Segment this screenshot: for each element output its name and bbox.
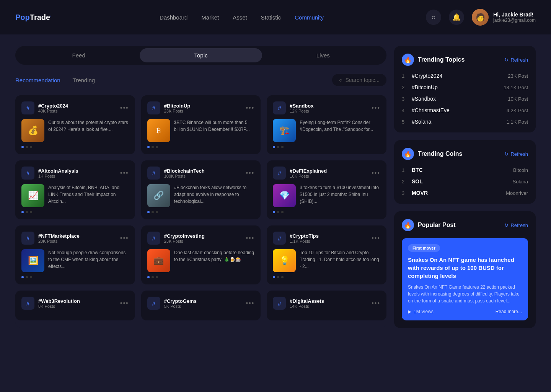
logo[interactable]: PopTrade• xyxy=(15,13,51,22)
nav-right: ○ 🔔 🧑 Hi, Jackie Brad! jackie23@gmail.co… xyxy=(426,9,536,26)
trending-count: 10K Post xyxy=(508,96,528,102)
topic-card[interactable]: # #DigitalAssets 14K Posts ••• xyxy=(267,291,386,320)
topic-card[interactable]: # #BlockchainTech 100K Posts ••• 🔗 #Bloc… xyxy=(141,160,261,219)
refresh-icon-popular: ↻ xyxy=(504,222,509,228)
topic-card[interactable]: # #CryptoGems 5K Posts ••• xyxy=(141,291,261,320)
topic-thumbnail: 💡 xyxy=(273,249,296,272)
topic-more-button[interactable]: ••• xyxy=(246,170,255,176)
topic-more-button[interactable]: ••• xyxy=(372,235,380,242)
dot xyxy=(277,211,279,213)
play-icon: ▶ xyxy=(408,309,411,314)
topic-more-button[interactable]: ••• xyxy=(120,235,129,242)
bell-icon[interactable]: 🔔 xyxy=(449,10,464,25)
search-icon[interactable]: ○ xyxy=(426,10,441,25)
dot-active xyxy=(21,211,24,213)
topic-card[interactable]: # #DeFiExplained 18K Posts ••• 💎 3 token… xyxy=(267,160,386,219)
topic-card[interactable]: # #BitcoinUp 23K Posts ••• ₿ $BTC Binanc… xyxy=(141,95,261,154)
tab-lives[interactable]: Lives xyxy=(262,48,384,62)
topic-posts: 100K Posts xyxy=(164,174,205,178)
topic-card[interactable]: # #NFTMarketplace 20K Posts ••• 🖼️ Not e… xyxy=(15,225,135,284)
nav-dashboard[interactable]: Dashboard xyxy=(160,14,187,21)
trending-topic-item[interactable]: 3 #Sandbox 10K Post xyxy=(402,96,528,102)
topic-more-button[interactable]: ••• xyxy=(372,105,380,111)
search-topic-icon: ○ xyxy=(339,77,342,83)
topic-content: 💡 Top 10 Tips for Bitcoin and Crypto Tra… xyxy=(273,249,380,272)
topic-dots xyxy=(21,276,129,278)
topic-more-button[interactable]: ••• xyxy=(120,300,129,307)
topic-content: 🏗️ Eyeing Long-term Profit? Consider #Do… xyxy=(273,119,380,142)
topic-more-button[interactable]: ••• xyxy=(120,105,129,111)
nav-market[interactable]: Market xyxy=(201,14,219,21)
topic-card-header: # #BlockchainTech 100K Posts ••• xyxy=(147,167,255,180)
topic-dots xyxy=(273,211,380,213)
tab-topic[interactable]: Topic xyxy=(140,48,262,62)
subtab-trending[interactable]: Trending xyxy=(73,77,95,83)
logo-dot: • xyxy=(50,14,51,18)
topic-dots xyxy=(147,146,255,148)
topic-more-button[interactable]: ••• xyxy=(246,105,255,111)
topics-grid: # #Crypto2024 40K Posts ••• 💰 Curious ab… xyxy=(15,95,386,320)
dot-active xyxy=(273,211,275,213)
coin-name: Solana xyxy=(513,179,528,185)
user-info[interactable]: 🧑 Hi, Jackie Brad! jackie23@gmail.com xyxy=(472,9,536,26)
trending-topics-refresh[interactable]: ↻ Refresh xyxy=(504,57,528,63)
topic-posts: 1.1K Posts xyxy=(290,239,319,243)
topic-dots xyxy=(273,146,380,148)
dot-active xyxy=(21,276,24,278)
topic-card[interactable]: # #CryptoTips 1.1K Posts ••• 💡 Top 10 Ti… xyxy=(267,225,386,284)
popular-card[interactable]: First mover Snakes On An NFT game has la… xyxy=(402,238,528,320)
topic-card[interactable]: # #CryptoInvesting 23K Posts ••• 💼 One l… xyxy=(141,225,261,284)
subtab-recommendation[interactable]: Recommendation xyxy=(15,77,60,83)
trending-coins-header: 🔥 Trending Coins ↻ Refresh xyxy=(402,148,528,160)
topic-more-button[interactable]: ••• xyxy=(120,170,129,176)
trending-topics-title: Trending Topics xyxy=(418,56,500,63)
dot xyxy=(281,276,284,278)
topic-tag: #AltcoinAnalysis xyxy=(38,168,78,174)
trending-count: 4.2K Post xyxy=(507,108,528,113)
trending-topic-item[interactable]: 5 #Solana 1.1K Post xyxy=(402,119,528,125)
nav-asset[interactable]: Asset xyxy=(233,14,247,21)
topic-card[interactable]: # #Web3Revolution 8K Posts ••• xyxy=(15,291,135,320)
trending-topic-item[interactable]: 4 #ChristmastEve 4.2K Post xyxy=(402,107,528,113)
tab-feed[interactable]: Feed xyxy=(18,48,140,62)
topic-info: #DigitalAssets 14K Posts xyxy=(290,298,324,309)
search-topic[interactable]: ○ Search topic... xyxy=(332,74,386,86)
topic-more-button[interactable]: ••• xyxy=(246,300,255,307)
trending-rank: 4 xyxy=(402,108,407,113)
search-topic-placeholder: Search topic... xyxy=(346,77,380,83)
topic-more-button[interactable]: ••• xyxy=(372,300,380,307)
topic-posts: 1K Posts xyxy=(38,174,78,178)
topic-info: #AltcoinAnalysis 1K Posts xyxy=(38,168,78,178)
dot xyxy=(26,211,28,213)
coin-item[interactable]: 2 SOL Solana xyxy=(402,178,528,185)
trending-rank: 5 xyxy=(402,119,407,125)
topic-info: #CryptoInvesting 23K Posts xyxy=(164,233,205,243)
topic-card[interactable]: # #Sandbox 12K Posts ••• 🏗️ Eyeing Long-… xyxy=(267,95,386,154)
dot-active xyxy=(21,146,24,148)
popular-post-refresh[interactable]: ↻ Refresh xyxy=(504,222,528,228)
topic-card-header: # #CryptoGems 5K Posts ••• xyxy=(147,297,255,310)
dot xyxy=(277,146,279,148)
topic-more-button[interactable]: ••• xyxy=(372,170,380,176)
topic-thumbnail: 💎 xyxy=(273,184,296,207)
trending-coins-refresh[interactable]: ↻ Refresh xyxy=(504,151,528,157)
trending-topic-item[interactable]: 1 #Crypto2024 23K Post xyxy=(402,73,528,79)
topic-card[interactable]: # #Crypto2024 40K Posts ••• 💰 Curious ab… xyxy=(15,95,135,154)
trending-topic-item[interactable]: 2 #BitcoinUp 13.1K Post xyxy=(402,84,528,90)
topic-info: #DeFiExplained 18K Posts xyxy=(290,168,327,178)
nav-community[interactable]: Community xyxy=(295,14,324,21)
topic-card[interactable]: # #AltcoinAnalysis 1K Posts ••• 📈 Analys… xyxy=(15,160,135,219)
dot-active xyxy=(273,146,275,148)
topic-dots xyxy=(147,276,255,278)
read-more-link[interactable]: Read more... xyxy=(496,309,522,314)
topic-text: Analysis of Bitcoin, BNB, ADA, and LINK … xyxy=(48,184,129,205)
topic-content: ₿ $BTC Binance will burn more than 5 bil… xyxy=(147,119,255,142)
topic-posts: 5K Posts xyxy=(164,304,197,309)
topic-card-header: # #Sandbox 12K Posts ••• xyxy=(273,101,380,114)
coin-item[interactable]: 3 MOVR Moonriver xyxy=(402,190,528,196)
coin-item[interactable]: 1 BTC Bitcoin xyxy=(402,167,528,173)
topic-more-button[interactable]: ••• xyxy=(246,235,255,242)
nav-statistic[interactable]: Statistic xyxy=(261,14,281,21)
topic-card-header: # #CryptoTips 1.1K Posts ••• xyxy=(273,232,380,245)
topic-card-header: # #DigitalAssets 14K Posts ••• xyxy=(273,297,380,310)
